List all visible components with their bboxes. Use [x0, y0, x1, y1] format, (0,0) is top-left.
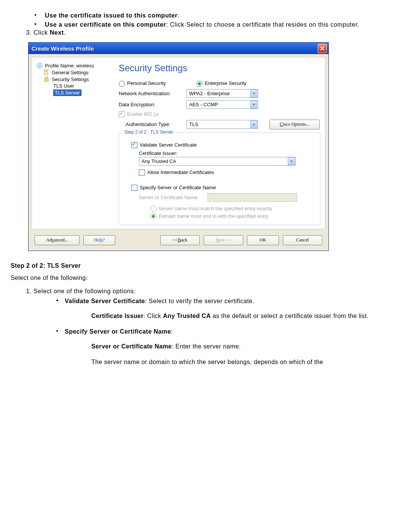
sub-paragraph: Server or Certificate Name: Enter the se… — [91, 342, 400, 351]
radio-match-exact: Server name must match the specified ent… — [150, 206, 315, 212]
chevron-down-icon — [250, 101, 257, 109]
svg-rect-5 — [45, 79, 48, 81]
input-server-name — [207, 193, 297, 202]
cancel-button[interactable]: Cancel — [283, 235, 322, 245]
radio-personal-security[interactable]: Personal Security — [119, 80, 166, 87]
close-icon — [320, 46, 325, 51]
dropdown-net-auth[interactable]: WPA2 - Enterprise — [186, 89, 258, 98]
window-title: Create Wireless Profile — [32, 45, 94, 52]
svg-rect-4 — [45, 71, 47, 72]
nav-tree: Profile Name: wireless General Settings … — [37, 61, 117, 225]
list-item: Validate Server Certificate: Select to v… — [56, 297, 400, 321]
dialog-button-row: Advanced... Help? << Back Next >> OK Can… — [33, 232, 324, 247]
radio-icon — [196, 81, 202, 87]
help-button[interactable]: Help? — [83, 235, 115, 245]
radio-icon — [119, 81, 125, 87]
label-net-auth: Network Authentication: — [119, 91, 186, 96]
label-server-name: Server or Certificate Name: — [139, 195, 204, 200]
dropdown-auth-type[interactable]: TLS — [186, 120, 258, 129]
checkbox-specify-server-name[interactable]: Specify Server or Certificate Name — [131, 185, 315, 191]
ok-button[interactable]: OK — [247, 235, 279, 245]
lock-icon — [43, 76, 49, 82]
tls-server-group: Step 2 of 2 : TLS Server Validate Server… — [119, 133, 320, 225]
tree-tls-user[interactable]: TLS User — [37, 83, 117, 89]
intro-text: Select one of the following: — [11, 274, 400, 282]
dropdown-cert-issuer[interactable]: Any Trusted CA — [139, 157, 296, 166]
svg-rect-2 — [44, 70, 48, 75]
cisco-options-button[interactable]: Cisco Options... — [269, 120, 320, 129]
label-cert-issuer: Certificate Issuer: — [139, 150, 315, 156]
checkbox-icon — [139, 169, 145, 176]
radio-match-domain: Domain name must end in with the specifi… — [150, 213, 315, 219]
ordered-steps: Click Next. — [11, 29, 400, 36]
label-auth-type: Authentication Type: — [126, 121, 186, 127]
back-button[interactable]: << Back — [160, 235, 200, 245]
checkbox-validate-server-cert[interactable]: Validate Server Certificate — [131, 142, 315, 148]
wifi-icon — [37, 62, 43, 69]
list-item: Click Next. — [33, 29, 400, 36]
instruction-steps: Select one of the following options: Val… — [11, 288, 400, 366]
dropdown-data-enc[interactable]: AES - CCMP — [186, 100, 258, 109]
radio-icon — [150, 206, 156, 212]
panel-header: Security Settings — [119, 63, 320, 73]
radio-enterprise-security[interactable]: Enterprise Security — [196, 80, 247, 87]
advanced-button[interactable]: Advanced... — [35, 235, 80, 245]
dialog-window: Create Wireless Profile Profile Name: wi… — [28, 42, 329, 251]
next-button: Next >> — [204, 235, 243, 245]
tree-profile-name: Profile Name: wireless — [37, 62, 117, 69]
checkbox-icon — [131, 142, 137, 148]
tree-general-settings[interactable]: General Settings — [37, 69, 117, 76]
list-item: Use the certificate issued to this compu… — [34, 11, 400, 20]
fieldset-legend: Step 2 of 2 : TLS Server — [123, 129, 175, 135]
chevron-down-icon — [250, 120, 257, 128]
titlebar: Create Wireless Profile — [29, 43, 328, 54]
checkbox-enable-8021x: Enable 802.1x — [119, 111, 320, 117]
checkbox-allow-intermediate[interactable]: Allow Intermediate Certificates — [139, 169, 315, 176]
checkbox-icon — [119, 111, 125, 117]
tree-security-settings[interactable]: Security Settings — [37, 76, 117, 83]
radio-icon — [150, 213, 156, 219]
sub-paragraph: Certificate Issuer: Click Any Trusted CA… — [91, 312, 400, 320]
chevron-down-icon — [288, 157, 295, 165]
list-item: Select one of the following options: Val… — [33, 288, 400, 366]
section-heading: Step 2 of 2: TLS Server — [11, 262, 400, 270]
chevron-down-icon — [250, 89, 257, 97]
svg-point-0 — [37, 63, 42, 68]
label-data-enc: Data Encryption: — [119, 102, 186, 107]
list-item: Specify Server or Certificate Name: Serv… — [56, 328, 400, 366]
top-bullet-list: Use the certificate issued to this compu… — [11, 11, 400, 29]
settings-page-icon — [43, 69, 49, 75]
settings-panel: Security Settings Personal Security Ente… — [117, 61, 320, 225]
close-button[interactable] — [318, 44, 327, 53]
checkbox-icon — [131, 185, 137, 191]
svg-point-1 — [39, 66, 40, 67]
tree-tls-server[interactable]: TLS Server — [37, 89, 117, 96]
svg-rect-3 — [45, 70, 47, 71]
list-item: Use a user certificate on this computer:… — [34, 21, 400, 29]
sub-paragraph: The server name or domain to which the s… — [91, 358, 400, 366]
